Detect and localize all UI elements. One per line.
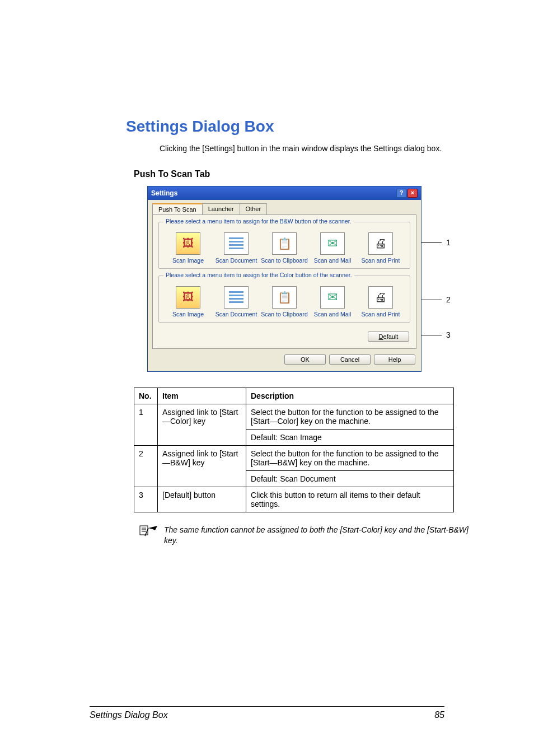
ok-button[interactable]: OK xyxy=(284,354,326,365)
bw-scan-document-label: Scan Document xyxy=(213,257,260,264)
bw-scan-clipboard-label: Scan to Clipboard xyxy=(261,257,308,264)
cell-desc: Select the button for the function to be… xyxy=(246,404,454,429)
tab-other[interactable]: Other xyxy=(240,203,268,214)
table-row: 1 Assigned link to [Start—Color] key Sel… xyxy=(134,404,454,429)
table-row: 3 [Default] button Click this button to … xyxy=(134,487,454,512)
color-scan-mail-button[interactable]: ✉ xyxy=(320,286,345,309)
settings-dialog: Settings ? × Push To Scan Launcher Other… xyxy=(147,186,421,372)
cell-default: Default: Scan Image xyxy=(246,429,454,445)
cell-no: 2 xyxy=(134,445,158,487)
titlebar-help-button[interactable]: ? xyxy=(396,189,406,198)
bw-scan-print-button[interactable]: 🖨 xyxy=(368,232,393,255)
footer-title: Settings Dialog Box xyxy=(90,710,168,720)
description-table: No. Item Description 1 Assigned link to … xyxy=(134,388,454,512)
group-bw-legend: Please select a menu item to assign for … xyxy=(163,218,354,225)
color-scan-print-button[interactable]: 🖨 xyxy=(368,286,393,309)
tab-launcher[interactable]: Launcher xyxy=(202,203,240,214)
cell-item: Assigned link to [Start—B&W] key xyxy=(158,445,246,487)
callout-3: 3 xyxy=(421,330,451,339)
bw-scan-print-label: Scan and Print xyxy=(357,257,404,264)
help-button[interactable]: Help xyxy=(374,354,415,365)
bw-scan-image-button[interactable]: 🖼 xyxy=(176,232,200,255)
section-heading: Push To Scan Tab xyxy=(134,169,472,179)
callout-1: 1 xyxy=(421,238,451,247)
th-item: Item xyxy=(158,388,246,404)
footer-page: 85 xyxy=(434,710,444,720)
page-title: Settings Dialog Box xyxy=(126,118,472,136)
color-scan-image-button[interactable]: 🖼 xyxy=(176,286,200,309)
group-bw: Please select a menu item to assign for … xyxy=(158,222,410,269)
color-scan-mail-label: Scan and Mail xyxy=(309,311,356,318)
bw-scan-mail-button[interactable]: ✉ xyxy=(320,232,345,255)
color-scan-clipboard-label: Scan to Clipboard xyxy=(261,311,308,318)
titlebar-close-button[interactable]: × xyxy=(407,189,418,198)
cell-no: 3 xyxy=(134,487,158,512)
group-color: Please select a menu item to assign for … xyxy=(158,276,410,323)
bw-scan-image-label: Scan Image xyxy=(165,257,212,264)
cell-item: Assigned link to [Start—Color] key xyxy=(158,404,246,445)
svg-rect-0 xyxy=(140,526,148,535)
cell-desc: Select the button for the function to be… xyxy=(246,445,454,470)
table-row: 2 Assigned link to [Start—B&W] key Selec… xyxy=(134,445,454,470)
callout-2: 2 xyxy=(421,295,451,304)
cell-no: 1 xyxy=(134,404,158,445)
color-scan-document-label: Scan Document xyxy=(213,311,260,318)
page-footer: Settings Dialog Box 85 xyxy=(90,706,444,720)
note-text: The same function cannot be assigned to … xyxy=(164,525,472,547)
cell-default: Default: Scan Document xyxy=(246,470,454,487)
color-scan-clipboard-button[interactable]: 📋 xyxy=(272,286,297,309)
color-scan-document-button[interactable] xyxy=(224,286,249,309)
titlebar: Settings ? × xyxy=(148,186,421,200)
bw-scan-clipboard-button[interactable]: 📋 xyxy=(272,232,297,255)
th-no: No. xyxy=(134,388,158,404)
bw-scan-document-button[interactable] xyxy=(224,232,249,255)
th-desc: Description xyxy=(246,388,454,404)
color-scan-print-label: Scan and Print xyxy=(357,311,404,318)
tab-push-to-scan[interactable]: Push To Scan xyxy=(152,203,203,214)
bw-scan-mail-label: Scan and Mail xyxy=(309,257,356,264)
color-scan-image-label: Scan Image xyxy=(165,311,212,318)
dialog-title: Settings xyxy=(151,189,177,197)
intro-text: Clicking the [Settings] button in the ma… xyxy=(160,143,472,155)
cell-item: [Default] button xyxy=(158,487,246,512)
note-icon xyxy=(139,525,158,537)
note: The same function cannot be assigned to … xyxy=(139,525,472,547)
group-color-legend: Please select a menu item to assign for … xyxy=(163,272,354,278)
cancel-button[interactable]: Cancel xyxy=(329,354,371,365)
cell-desc: Click this button to return all items to… xyxy=(246,487,454,512)
default-button[interactable]: Default xyxy=(368,332,409,342)
